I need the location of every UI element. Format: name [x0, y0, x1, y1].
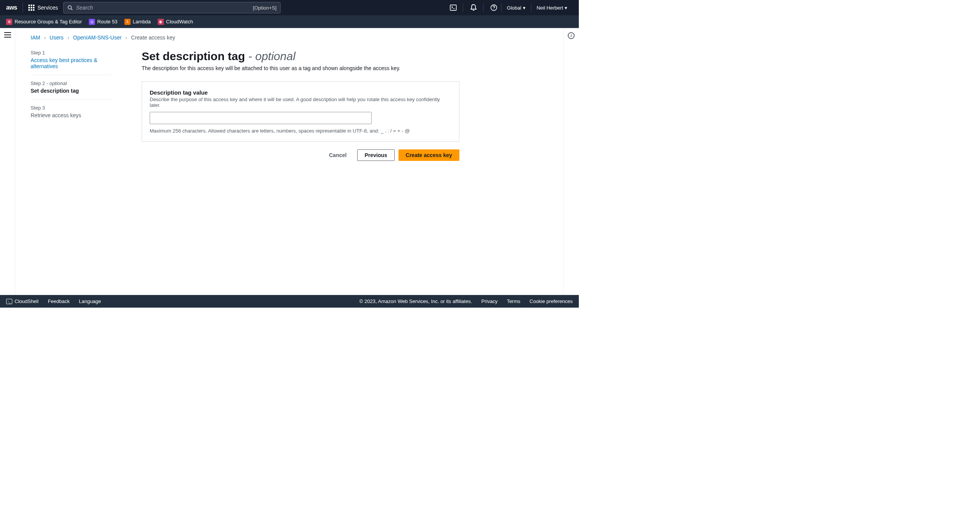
notifications-button[interactable]	[466, 0, 481, 15]
svg-point-0	[68, 6, 72, 9]
caret-down-icon: ▾	[565, 5, 567, 11]
grid-icon	[28, 5, 34, 11]
breadcrumb-iam[interactable]: IAM	[31, 34, 40, 41]
region-selector[interactable]: Global ▾	[501, 3, 531, 12]
chevron-right-icon: ›	[126, 34, 127, 41]
terminal-icon	[450, 5, 457, 11]
service-icon: λ	[124, 19, 131, 25]
wizard-step-1[interactable]: Step 1 Access key best practices & alter…	[31, 50, 111, 75]
right-rail: i	[564, 28, 579, 295]
search-placeholder: Search	[76, 5, 93, 11]
bell-icon	[470, 4, 477, 11]
service-icon: ⊛	[6, 19, 12, 25]
description-tag-input[interactable]	[150, 112, 372, 124]
search-shortcut: [Option+S]	[253, 5, 277, 11]
info-panel-toggle[interactable]: i	[568, 32, 575, 39]
page-description: The description for this access key will…	[142, 65, 459, 71]
main-wrap: IAM › Users › OpenIAM-SNS-User › Create …	[0, 28, 579, 295]
svg-rect-2	[450, 5, 456, 10]
field-constraint: Maximum 256 characters. Allowed characte…	[150, 128, 451, 134]
favorites-bar: ⊛ Resource Groups & Tag Editor ◎ Route 5…	[0, 15, 579, 28]
services-label: Services	[38, 5, 58, 11]
wizard-step-3: Step 3 Retrieve access keys	[31, 100, 111, 124]
favorite-lambda[interactable]: λ Lambda	[124, 19, 151, 25]
feedback-link[interactable]: Feedback	[48, 298, 70, 304]
service-icon: ◎	[89, 19, 95, 25]
svg-line-1	[71, 9, 73, 10]
privacy-link[interactable]: Privacy	[481, 298, 498, 304]
copyright-text: © 2023, Amazon Web Services, Inc. or its…	[359, 298, 472, 304]
search-input[interactable]: Search [Option+S]	[63, 2, 281, 13]
separator	[483, 3, 483, 12]
field-hint: Describe the purpose of this access key …	[150, 97, 451, 108]
content-area: IAM › Users › OpenIAM-SNS-User › Create …	[15, 28, 564, 295]
language-selector[interactable]: Language	[79, 298, 101, 304]
left-rail	[0, 28, 15, 295]
cookie-preferences-link[interactable]: Cookie preferences	[529, 298, 573, 304]
page-title: Set description tag - optional	[142, 50, 459, 63]
cloudshell-icon-button[interactable]	[445, 0, 461, 15]
separator	[463, 3, 463, 12]
previous-button[interactable]: Previous	[357, 149, 394, 161]
breadcrumb-current: Create access key	[131, 34, 175, 41]
services-menu-button[interactable]: Services	[28, 5, 58, 11]
favorite-cloudwatch[interactable]: ◉ CloudWatch	[158, 19, 193, 25]
breadcrumb-users[interactable]: Users	[50, 34, 64, 41]
account-menu[interactable]: Neil Herbert ▾	[531, 3, 573, 12]
form-container: Description tag value Describe the purpo…	[142, 81, 459, 142]
terms-link[interactable]: Terms	[507, 298, 520, 304]
cloudshell-button[interactable]: ›_ CloudShell	[6, 298, 39, 304]
service-icon: ◉	[158, 19, 164, 25]
caret-down-icon: ▾	[523, 5, 526, 11]
help-button[interactable]	[486, 0, 501, 15]
help-icon	[490, 4, 497, 11]
main-panel: Set description tag - optional The descr…	[142, 50, 459, 161]
expand-sidebar-button[interactable]	[4, 32, 11, 38]
favorite-route53[interactable]: ◎ Route 53	[89, 19, 118, 25]
chevron-right-icon: ›	[44, 34, 46, 41]
top-right-controls: Global ▾ Neil Herbert ▾	[445, 0, 573, 15]
wizard-steps: Step 1 Access key best practices & alter…	[31, 50, 111, 124]
top-nav: aws Services Search [Option+S]	[0, 0, 579, 15]
wizard-buttons: Cancel Previous Create access key	[142, 149, 459, 161]
footer: ›_ CloudShell Feedback Language © 2023, …	[0, 295, 579, 308]
cancel-button[interactable]: Cancel	[322, 150, 354, 161]
chevron-right-icon: ›	[67, 34, 69, 41]
svg-point-6	[493, 9, 494, 9]
breadcrumb-user[interactable]: OpenIAM-SNS-User	[73, 34, 122, 41]
create-access-key-button[interactable]: Create access key	[399, 149, 459, 161]
field-label: Description tag value	[150, 89, 451, 96]
wizard-step-2: Step 2 - optional Set description tag	[31, 75, 111, 100]
breadcrumb: IAM › Users › OpenIAM-SNS-User › Create …	[31, 34, 548, 41]
aws-logo[interactable]: aws	[6, 3, 23, 12]
terminal-icon: ›_	[6, 299, 12, 304]
favorite-resource-groups[interactable]: ⊛ Resource Groups & Tag Editor	[6, 19, 82, 25]
search-icon	[67, 5, 73, 10]
